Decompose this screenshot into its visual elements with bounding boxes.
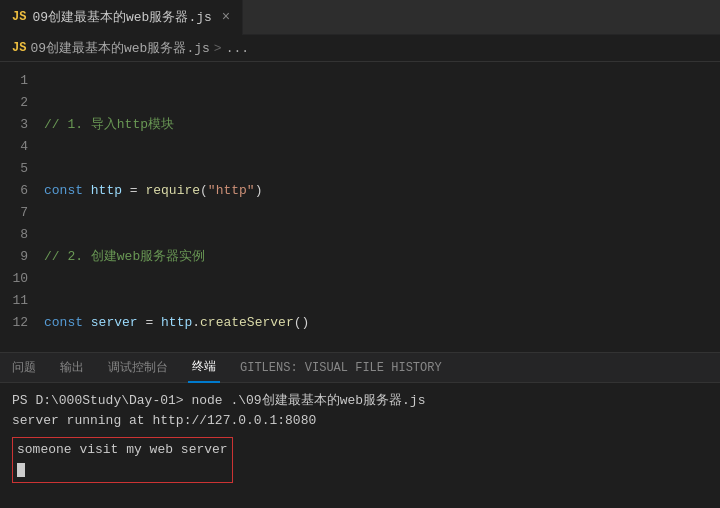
tab-label: 09创建最基本的web服务器.js bbox=[32, 8, 211, 26]
code-line-2: const http = require("http") bbox=[44, 180, 720, 202]
panel-tab-terminal[interactable]: 终端 bbox=[188, 353, 220, 383]
panel-tab-issues[interactable]: 问题 bbox=[8, 353, 40, 383]
bottom-panel: 问题 输出 调试控制台 终端 GITLENS: VISUAL FILE HIST… bbox=[0, 352, 720, 508]
tab-close-button[interactable]: × bbox=[222, 9, 230, 25]
panel-tab-output[interactable]: 输出 bbox=[56, 353, 88, 383]
tab-bar: JS 09创建最基本的web服务器.js × bbox=[0, 0, 720, 35]
code-line-3: // 2. 创建web服务器实例 bbox=[44, 246, 720, 268]
terminal-ps-text: PS D:\000Study\Day-01> bbox=[12, 393, 184, 408]
js-icon: JS bbox=[12, 10, 26, 24]
panel-tab-debug[interactable]: 调试控制台 bbox=[104, 353, 172, 383]
terminal-command: node .\09创建最基本的web服务器.js bbox=[184, 393, 426, 408]
panel-tabs: 问题 输出 调试控制台 终端 GITLENS: VISUAL FILE HIST… bbox=[0, 353, 720, 383]
terminal-box-text: someone visit my web server bbox=[17, 442, 228, 457]
editor-tab[interactable]: JS 09创建最基本的web服务器.js × bbox=[0, 0, 243, 35]
terminal-line2: server running at http://127.0.0.1:8080 bbox=[12, 411, 708, 431]
breadcrumb: JS 09创建最基本的web服务器.js > ... bbox=[0, 35, 720, 62]
breadcrumb-rest: ... bbox=[226, 41, 249, 56]
terminal-box: someone visit my web server bbox=[12, 437, 233, 483]
breadcrumb-js-icon: JS bbox=[12, 41, 26, 55]
code-content: // 1. 导入http模块 const http = require("htt… bbox=[40, 62, 720, 352]
terminal-cursor bbox=[17, 463, 25, 477]
breadcrumb-sep: > bbox=[214, 41, 222, 56]
terminal-prompt: PS D:\000Study\Day-01> node .\09创建最基本的we… bbox=[12, 391, 708, 411]
breadcrumb-file: 09创建最基本的web服务器.js bbox=[30, 39, 209, 57]
code-line-4: const server = http.createServer() bbox=[44, 312, 720, 334]
line-numbers: 1 2 3 4 5 6 7 8 9 10 11 12 bbox=[0, 62, 40, 352]
code-line-1: // 1. 导入http模块 bbox=[44, 114, 720, 136]
code-editor: 1 2 3 4 5 6 7 8 9 10 11 12 // 1. 导入http模… bbox=[0, 62, 720, 352]
panel-tab-gitlens[interactable]: GITLENS: VISUAL FILE HISTORY bbox=[236, 353, 446, 383]
terminal-output: PS D:\000Study\Day-01> node .\09创建最基本的we… bbox=[0, 383, 720, 508]
